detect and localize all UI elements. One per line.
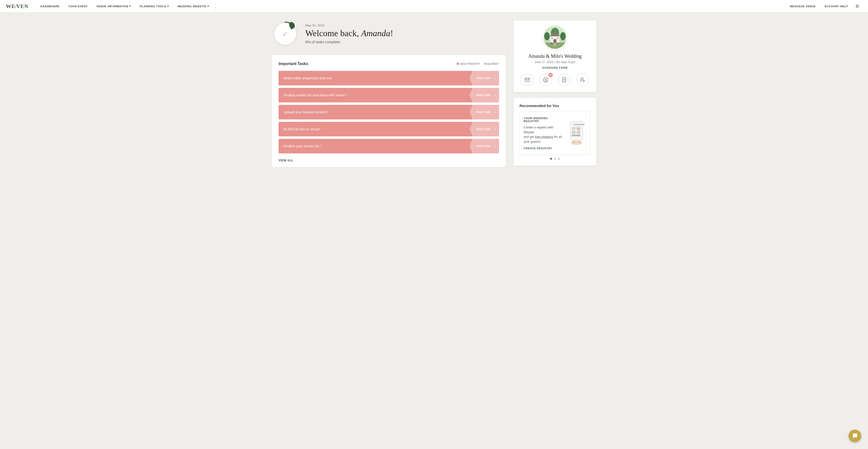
svg-rect-16 (525, 78, 529, 82)
progress-ring: ✓ (272, 21, 299, 47)
svg-rect-30 (577, 127, 581, 130)
chevron-down-icon: ▾ (129, 5, 131, 8)
chevron-right-icon: › (494, 127, 495, 131)
nav-divider (215, 2, 216, 10)
gear-icon[interactable]: ⚙ (852, 4, 862, 9)
nav-message-venue[interactable]: MESSAGE VENUE (786, 0, 820, 12)
chevron-down-icon: ▾ (208, 5, 209, 8)
nav-dashboard[interactable]: DASHBOARD (36, 0, 64, 12)
task-row[interactable]: $1,000.00 due to venue* PAST DUE › (279, 122, 499, 136)
venue-photo-wrap (514, 25, 596, 50)
main-content: ✓ May 31, 2022 Welcome back, Amanda! 8% … (264, 12, 604, 177)
task-row[interactable]: Upload your booked vendors* PAST DUE › (279, 105, 499, 120)
svg-rect-10 (551, 37, 553, 39)
svg-point-4 (544, 32, 550, 40)
nav-wedding-website[interactable]: WEDDING WEBSITE ▾ (173, 0, 213, 12)
rec-dots (520, 158, 590, 160)
task-past-due-badge: PAST DUE › (472, 105, 499, 120)
registry-illustration: YOUR REGISTRY (567, 121, 586, 146)
nav-right: MESSAGE VENUE ACCOUNT HELP ⚙ (786, 0, 862, 12)
recommended-card: Recommended for You YOUR WEDDING REGISTR… (514, 98, 596, 165)
add-person-button[interactable] (576, 73, 589, 86)
hero-section: ✓ May 31, 2022 Welcome back, Amanda! 8% … (272, 21, 506, 47)
task-past-due-badge: PAST DUE › (472, 139, 499, 153)
chat-button[interactable] (848, 429, 861, 442)
payments-badge: 4 (548, 73, 553, 77)
documents-button[interactable] (558, 73, 570, 86)
task-past-due-badge: PAST DUE › (472, 122, 499, 136)
wedding-actions: $ 4 (514, 73, 596, 86)
wedding-date: June 17, 2023 | 381 days to go! (514, 60, 596, 64)
message-button[interactable] (521, 73, 534, 86)
recommended-title: Recommended for You (520, 104, 590, 108)
rec-content: YOUR WEDDING REGISTRY Create a registry … (520, 111, 590, 155)
nav-account-help[interactable]: ACCOUNT HELP (820, 0, 852, 12)
nav-your-event[interactable]: YOUR EVENT (64, 0, 92, 12)
priority-dot (457, 63, 459, 65)
svg-point-14 (551, 42, 552, 44)
tasks-percent: 8% of tasks complete. (305, 40, 393, 44)
checkmark-icon: ✓ (282, 30, 288, 38)
hero-date: May 31, 2022 (305, 24, 393, 27)
svg-text:$: $ (545, 78, 547, 82)
navigation: WE∕VEN DASHBOARD YOUR EVENT VENUE INFORM… (0, 0, 868, 12)
svg-rect-33 (572, 134, 581, 136)
tasks-card: Important Tasks HIGH PRIORITY REQUIRED* … (272, 55, 506, 167)
svg-point-15 (558, 42, 559, 44)
svg-rect-28 (572, 126, 582, 126)
task-row[interactable]: Finalize vendor list and share with venu… (279, 88, 499, 102)
svg-rect-29 (572, 127, 576, 130)
wedding-card: Amanda & Milo's Wedding June 17, 2023 | … (514, 21, 596, 92)
task-row[interactable]: Finalize your vendor list.* PAST DUE › (279, 139, 499, 153)
tasks-header: Important Tasks HIGH PRIORITY REQUIRED* (279, 62, 499, 66)
task-past-due-badge: PAST DUE › (472, 88, 499, 102)
rec-label: YOUR WEDDING REGISTRY (524, 117, 564, 123)
create-registry-link[interactable]: CREATE REGISTRY (524, 147, 564, 150)
svg-rect-11 (557, 37, 559, 39)
svg-point-5 (560, 32, 566, 40)
wedding-venue: SUNSHINE FARM (514, 66, 596, 69)
rec-dot-1[interactable] (550, 158, 552, 160)
venue-photo (543, 25, 567, 50)
nav-links: DASHBOARD YOUR EVENT VENUE INFORMATION ▾… (36, 0, 862, 12)
view-all-link[interactable]: VIEW ALL (279, 159, 293, 162)
wedding-name: Amanda & Milo's Wedding (514, 54, 596, 59)
legend-priority: HIGH PRIORITY (457, 62, 480, 65)
chevron-right-icon: › (494, 93, 495, 97)
nav-venue-information[interactable]: VENUE INFORMATION ▾ (92, 0, 135, 12)
tasks-legend: HIGH PRIORITY REQUIRED* (457, 62, 499, 65)
hero-text: May 31, 2022 Welcome back, Amanda! 8% of… (305, 24, 393, 44)
task-past-due-badge: PAST DUE › (472, 71, 499, 86)
payments-button[interactable]: $ 4 (539, 73, 552, 86)
rec-dot-2[interactable] (554, 158, 556, 160)
left-column: ✓ May 31, 2022 Welcome back, Amanda! 8% … (272, 21, 506, 167)
rec-desc: Create a registry with Wayfair and get f… (524, 125, 564, 144)
right-column: Amanda & Milo's Wedding June 17, 2023 | … (514, 21, 596, 167)
legend-required: REQUIRED* (484, 62, 499, 65)
svg-rect-31 (572, 131, 576, 134)
tasks-title: Important Tasks (279, 62, 308, 66)
logo[interactable]: WE∕VEN (6, 3, 28, 9)
chevron-right-icon: › (494, 110, 495, 114)
chevron-right-icon: › (494, 76, 495, 80)
chevron-right-icon: › (494, 144, 495, 148)
rec-text: YOUR WEDDING REGISTRY Create a registry … (524, 117, 564, 150)
svg-text:YOUR REGISTRY: YOUR REGISTRY (573, 124, 585, 125)
hero-greeting: Welcome back, Amanda! (305, 28, 393, 38)
nav-planning-tools[interactable]: PLANNING TOOLS ▾ (135, 0, 173, 12)
svg-point-22 (581, 78, 583, 80)
chevron-down-icon: ▾ (167, 5, 169, 8)
svg-rect-9 (554, 39, 556, 43)
task-row[interactable]: Select table shape/size and rent. PAST D… (279, 71, 499, 86)
svg-rect-32 (577, 131, 581, 134)
rec-dot-3[interactable] (558, 158, 560, 160)
